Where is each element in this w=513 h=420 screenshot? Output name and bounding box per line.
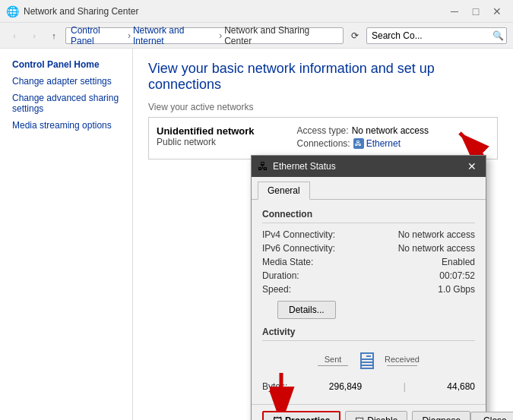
network-name: Unidentified network	[157, 125, 255, 137]
sidebar-item-change-advanced[interactable]: Change advanced sharing settings	[0, 90, 132, 117]
maximize-button[interactable]: □	[466, 4, 486, 19]
ipv4-label: IPv4 Connectivity:	[262, 229, 335, 240]
network-type: Public network	[157, 137, 255, 147]
minimize-button[interactable]: ─	[445, 4, 464, 19]
back-button[interactable]: ‹	[6, 27, 23, 44]
properties-label: Properties	[285, 415, 330, 420]
properties-icon: 🛡	[273, 415, 282, 420]
network-activity-icon: 🖥	[354, 347, 378, 375]
search-box: 🔍	[366, 27, 507, 44]
speed-value: 1.0 Gbps	[438, 284, 475, 295]
activity-divider	[262, 340, 475, 341]
diagnose-button[interactable]: Diagnose	[412, 411, 470, 420]
network-row: Unidentified network Public network Acce…	[157, 125, 489, 151]
sent-column: Sent	[318, 355, 348, 368]
breadcrumb-item: Network and Sharing Center	[224, 25, 338, 46]
search-input[interactable]	[367, 30, 490, 41]
sent-bytes: 296,849	[329, 381, 362, 392]
disable-icon: 🛡	[355, 415, 364, 420]
sent-label: Sent	[325, 355, 342, 364]
arrow-to-properties	[270, 369, 300, 413]
breadcrumb-item: Control Panel	[71, 25, 125, 46]
ipv6-label: IPv6 Connectivity:	[262, 243, 335, 254]
footer-btn-group: 🛡 Properties 🛡 Disable Diagnose	[262, 411, 470, 420]
access-type-row: Access type: No network access	[297, 125, 429, 136]
disable-button[interactable]: 🛡 Disable	[345, 411, 407, 420]
disable-label: Disable	[367, 415, 397, 420]
active-networks-label: View your active networks	[148, 102, 498, 112]
pipe-sep: |	[404, 381, 406, 392]
up-button[interactable]: ↑	[46, 27, 62, 44]
details-button[interactable]: Details...	[277, 301, 336, 319]
connection-divider	[262, 223, 475, 223]
down-arrow-svg	[270, 369, 300, 411]
search-icon: 🔍	[490, 28, 506, 43]
properties-wrap: 🛡 Properties	[262, 411, 340, 420]
dialog-titlebar: 🖧 Ethernet Status ✕	[252, 156, 486, 177]
access-info: Access type: No network access Connectio…	[297, 125, 429, 151]
connections-label: Connections:	[297, 138, 350, 149]
sidebar-item-control-panel-home[interactable]: Control Panel Home	[0, 56, 132, 73]
title-bar-text: Network and Sharing Center	[24, 6, 445, 17]
close-button[interactable]: ✕	[487, 4, 507, 19]
ipv6-row: IPv6 Connectivity: No network access	[262, 243, 475, 254]
dialog-title-text: Ethernet Status	[273, 161, 464, 172]
title-bar: 🌐 Network and Sharing Center ─ □ ✕	[0, 0, 513, 23]
dialog-footer: 🛡 Properties 🛡 Disable Diagnose Close	[252, 404, 486, 420]
breadcrumb-item: Network and Internet	[133, 25, 217, 46]
breadcrumb: Control Panel › Network and Internet › N…	[65, 27, 344, 44]
received-column: Received	[385, 355, 420, 368]
speed-row: Speed: 1.0 Gbps	[262, 284, 475, 295]
connection-section-title: Connection	[262, 209, 475, 219]
media-state-row: Media State: Enabled	[262, 257, 475, 267]
dialog-tabs: General	[252, 177, 486, 200]
duration-value: 00:07:52	[439, 270, 475, 281]
breadcrumb-sep: ›	[128, 30, 131, 41]
diagnose-label: Diagnose	[422, 415, 461, 420]
ethernet-icon: 🖧	[353, 138, 364, 149]
ipv4-value: No network access	[398, 229, 475, 240]
dialog-close-footer-button[interactable]: Close	[470, 412, 513, 420]
sidebar-item-change-adapter[interactable]: Change adapter settings	[0, 73, 132, 90]
title-bar-controls: ─ □ ✕	[445, 4, 507, 19]
connections-row: Connections: 🖧 Ethernet	[297, 138, 429, 149]
forward-button[interactable]: ›	[26, 27, 43, 44]
page-title: View your basic network information and …	[148, 61, 498, 93]
media-state-value: Enabled	[442, 257, 475, 267]
ethernet-status-dialog: 🖧 Ethernet Status ✕ General Connection I…	[251, 155, 486, 420]
received-label: Received	[385, 355, 420, 364]
speed-label: Speed:	[262, 284, 291, 295]
arrow-svg	[445, 122, 490, 159]
received-bytes: 44,680	[447, 381, 475, 392]
ipv4-row: IPv4 Connectivity: No network access	[262, 229, 475, 240]
details-row: Details...	[262, 301, 475, 319]
sidebar-item-media-streaming[interactable]: Media streaming options	[0, 117, 132, 134]
ethernet-link[interactable]: 🖧 Ethernet	[353, 138, 401, 149]
access-type-label: Access type:	[297, 125, 349, 136]
title-bar-icon: 🌐	[6, 5, 19, 17]
media-state-label: Media State:	[262, 257, 313, 267]
svg-line-1	[460, 133, 483, 156]
network-info: Unidentified network Public network	[157, 125, 255, 147]
ethernet-name: Ethernet	[366, 138, 401, 149]
tab-general[interactable]: General	[258, 182, 310, 200]
breadcrumb-sep: ›	[219, 30, 222, 41]
dialog-title-icon: 🖧	[258, 160, 268, 172]
duration-row: Duration: 00:07:52	[262, 270, 475, 281]
dialog-close-button[interactable]: ✕	[464, 159, 480, 173]
address-bar: ‹ › ↑ Control Panel › Network and Intern…	[0, 23, 513, 49]
access-type-value: No network access	[352, 125, 429, 136]
ipv6-value: No network access	[398, 243, 475, 254]
content-area: View your basic network information and …	[133, 49, 513, 420]
refresh-button[interactable]: ⟳	[347, 27, 363, 44]
sidebar: Control Panel Home Change adapter settin…	[0, 49, 133, 420]
duration-label: Duration:	[262, 270, 299, 281]
main-layout: Control Panel Home Change adapter settin…	[0, 49, 513, 420]
activity-section-title: Activity	[262, 327, 475, 337]
